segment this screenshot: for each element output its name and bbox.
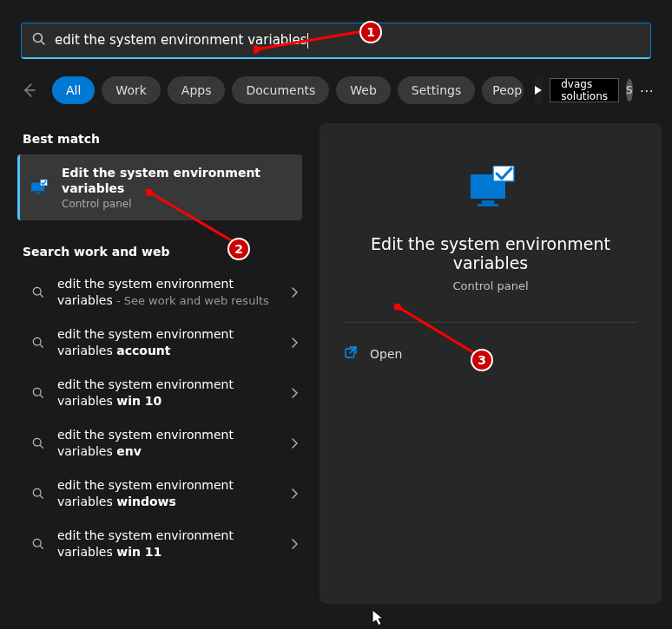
tab-people[interactable]: Peop: [482, 76, 524, 104]
suggestion-text: edit the system environment variables wi…: [57, 377, 290, 410]
svg-point-16: [33, 539, 41, 547]
svg-rect-4: [36, 193, 41, 194]
search-input[interactable]: edit the system environment variables: [55, 32, 640, 49]
back-button[interactable]: [21, 75, 38, 105]
tab-settings[interactable]: Settings: [398, 76, 475, 104]
preview-icon: [344, 158, 637, 219]
svg-rect-5: [40, 180, 47, 186]
search-icon: [26, 488, 50, 500]
org-button[interactable]: dvags solutions: [550, 78, 619, 102]
best-match-subtitle: Control panel: [62, 198, 288, 210]
chevron-right-icon: [290, 436, 299, 452]
svg-line-13: [40, 445, 43, 448]
preview-title: Edit the system environment variables: [344, 234, 637, 272]
chevron-right-icon: [290, 385, 299, 402]
more-menu[interactable]: ⋯: [640, 78, 656, 102]
best-match-header: Best match: [10, 123, 309, 154]
avatar[interactable]: S: [626, 79, 633, 102]
tab-more-play[interactable]: [534, 76, 543, 104]
annotation-step-3: 3: [471, 349, 493, 371]
open-label: Open: [370, 347, 402, 361]
mouse-cursor-icon: [372, 609, 384, 629]
svg-point-12: [33, 438, 41, 446]
svg-line-15: [40, 495, 43, 498]
filter-tabs: All Work Apps Documents Web Settings Peo…: [21, 73, 651, 108]
search-icon: [32, 32, 46, 49]
suggestion-text: edit the system environment variables ac…: [57, 326, 290, 359]
search-web-header: Search work and web: [10, 236, 309, 267]
svg-line-1: [42, 41, 45, 44]
suggestion-text: edit the system environment variables en…: [57, 427, 290, 460]
tab-work[interactable]: Work: [102, 76, 160, 104]
chevron-right-icon: [290, 536, 299, 553]
divider: [344, 322, 637, 323]
svg-point-14: [33, 488, 41, 496]
svg-line-7: [40, 294, 43, 297]
tab-apps[interactable]: Apps: [168, 76, 226, 104]
results-column: Best match Edit the system environment v…: [10, 123, 309, 604]
chevron-right-icon: [290, 486, 299, 502]
monitor-check-icon: [27, 178, 51, 197]
open-external-icon: [344, 345, 358, 362]
svg-line-17: [40, 546, 43, 548]
svg-point-6: [33, 287, 41, 295]
svg-line-9: [40, 344, 43, 347]
svg-rect-19: [482, 200, 494, 204]
chevron-right-icon: [290, 285, 299, 301]
chevron-right-icon: [290, 335, 299, 351]
tab-documents[interactable]: Documents: [232, 76, 329, 104]
annotation-step-1: 1: [359, 21, 382, 43]
preview-subtitle: Control panel: [344, 279, 637, 292]
suggestion-text: edit the system environment variables wi…: [57, 527, 290, 560]
search-bar[interactable]: edit the system environment variables: [21, 23, 651, 59]
suggestion-item[interactable]: edit the system environment variables ac…: [10, 318, 309, 368]
search-icon: [26, 286, 50, 298]
annotation-step-2: 2: [227, 238, 250, 260]
search-icon: [26, 387, 50, 399]
best-match-title: Edit the system environment variables: [62, 165, 288, 196]
text-cursor: [307, 33, 308, 49]
suggestion-item[interactable]: edit the system environment variables en…: [10, 418, 309, 468]
suggestion-item[interactable]: edit the system environment variables wi…: [10, 519, 309, 569]
search-icon: [26, 538, 50, 550]
search-icon: [26, 337, 50, 349]
svg-line-11: [40, 395, 43, 397]
suggestion-text: edit the system environment variables wi…: [57, 477, 290, 510]
suggestion-item[interactable]: edit the system environment variables wi…: [10, 368, 309, 418]
search-icon: [26, 437, 50, 449]
tab-web[interactable]: Web: [336, 76, 391, 104]
tab-all[interactable]: All: [52, 76, 95, 104]
suggestion-item[interactable]: edit the system environment variables - …: [10, 267, 309, 318]
svg-point-8: [33, 337, 41, 345]
svg-rect-20: [478, 204, 498, 206]
suggestion-item[interactable]: edit the system environment variables wi…: [10, 468, 309, 519]
best-match-result[interactable]: Edit the system environment variables Co…: [17, 154, 302, 220]
suggestion-text: edit the system environment variables - …: [57, 276, 290, 309]
svg-point-10: [33, 388, 41, 396]
